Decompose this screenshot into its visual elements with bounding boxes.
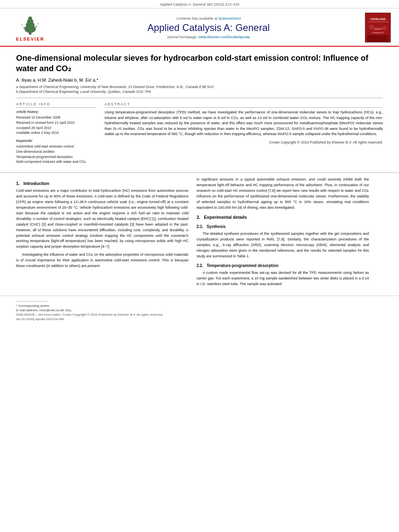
- right-column: in significant amounts in a typical auto…: [197, 177, 369, 290]
- revised-date: Received in revised form 21 April 2010: [16, 120, 97, 125]
- body-content: 1. Introduction Cold-start emissions are…: [0, 173, 399, 296]
- article-title: One-dimensional molecular sieves for hyd…: [16, 53, 383, 74]
- intro-continued-text: in significant amounts in a typical auto…: [197, 177, 369, 211]
- issn-line: 0926-860X/$ – see front matter. Crown Co…: [16, 313, 383, 316]
- authors: A. Iliyas a, H.M. Zahedi-Niaki b, M. Eić…: [16, 78, 383, 82]
- received-date: Received 15 December 2009: [16, 115, 97, 120]
- abstract-text: Using temperature-programmed desorption …: [105, 110, 383, 137]
- abstract-panel: ABSTRACT Using temperature-programmed de…: [105, 102, 383, 164]
- intro-cont-para: in significant amounts in a typical auto…: [197, 177, 369, 211]
- svg-rect-12: [367, 22, 389, 22]
- journal-header: ELSEVIER Contents lists available at Sci…: [0, 8, 399, 47]
- keyword-1: Automotive cold-start emission control: [16, 144, 97, 149]
- svg-text:Applied: Applied: [374, 28, 382, 30]
- keywords-section: Keywords: Automotive cold-start emission…: [16, 139, 97, 164]
- experimental-heading: 2. Experimental details: [197, 215, 369, 220]
- svg-text:Catalysis A: Catalysis A: [372, 31, 384, 34]
- journal-homepage: journal homepage: www.elsevier.com/locat…: [56, 35, 361, 39]
- keyword-4: Multi-component mixtures with water and …: [16, 159, 97, 164]
- accepted-date: Accepted 26 April 2010: [16, 125, 97, 131]
- intro-para-2: Investigating the influence of water and…: [16, 252, 189, 269]
- intro-text: Cold-start emissions are a major contrib…: [16, 188, 189, 269]
- citation-text: Applied Catalysis A: General 382 (2010) …: [160, 2, 239, 6]
- tpd-subheading: 2.2. Temperature-programmed desorption: [197, 263, 369, 269]
- contents-available: Contents lists available at ScienceDirec…: [56, 16, 361, 21]
- corresponding-author-note: * Corresponding author.: [16, 304, 383, 308]
- footer: * Corresponding author. E-mail address: …: [0, 296, 399, 325]
- journal-title: Applied Catalysis A: General: [56, 22, 361, 33]
- affiliation-b: b Department of Chemical Engineering, La…: [16, 90, 383, 94]
- article-info-panel: ARTICLE INFO Article history: Received 1…: [16, 102, 97, 164]
- svg-point-4: [28, 16, 32, 21]
- email-note: E-mail address: meic@unb.ca (M. Eić).: [16, 308, 383, 312]
- header-center: Contents lists available at ScienceDirec…: [56, 16, 361, 39]
- keyword-2: One-dimensional zeolites: [16, 149, 97, 154]
- history-label: Article history:: [16, 110, 97, 114]
- article-content: One-dimensional molecular sieves for hyd…: [0, 47, 399, 170]
- intro-heading: 1. Introduction: [16, 181, 189, 186]
- keyword-3: Temperature-programmed desorption: [16, 154, 97, 160]
- journal-citation: Applied Catalysis A: General 382 (2010) …: [0, 0, 399, 8]
- journal-url[interactable]: www.elsevier.com/locate/apcata: [198, 35, 250, 39]
- svg-point-8: [38, 23, 39, 25]
- elsevier-tree-icon: [16, 14, 44, 36]
- svg-point-5: [23, 27, 25, 29]
- keywords-label: Keywords:: [16, 139, 97, 143]
- page: Applied Catalysis A: General 382 (2010) …: [0, 0, 399, 532]
- experimental-text: 2.1. Synthesis The detailed synthesis pr…: [197, 224, 369, 288]
- synthesis-subheading: 2.1. Synthesis: [197, 224, 369, 230]
- abstract-title: ABSTRACT: [105, 102, 383, 108]
- elsevier-logo: ELSEVIER: [8, 14, 52, 41]
- affiliation-a: a Department of Chemical Engineering, Un…: [16, 85, 383, 89]
- header-divider: [16, 98, 383, 98]
- intro-para-1: Cold-start emissions are a major contrib…: [16, 188, 189, 250]
- synthesis-para: The detailed synthesis procedures of the…: [197, 231, 369, 259]
- available-date: Available online 2 May 2010: [16, 130, 97, 136]
- elsevier-brand-text: ELSEVIER: [16, 37, 44, 41]
- svg-point-6: [35, 26, 37, 27]
- article-meta-row: ARTICLE INFO Article history: Received 1…: [16, 102, 383, 164]
- left-column: 1. Introduction Cold-start emissions are…: [16, 177, 189, 290]
- doi-line: doi:10.1016/j.apcata.2010.04.048: [16, 317, 383, 321]
- cover-svg: CATALYSIS Applied Catalysis A: [365, 13, 391, 42]
- copyright-text: Crown Copyright © 2010 Published by Else…: [105, 140, 383, 144]
- tpd-para: A custom made experimental flow set-up w…: [197, 270, 369, 287]
- svg-text:CATALYSIS: CATALYSIS: [370, 18, 386, 21]
- svg-point-7: [22, 25, 23, 26]
- svg-rect-13: [367, 35, 389, 42]
- sciencedirect-link[interactable]: ScienceDirect: [218, 16, 241, 21]
- journal-cover-image: CATALYSIS Applied Catalysis A: [365, 12, 391, 43]
- article-info-title: ARTICLE INFO: [16, 102, 97, 108]
- footnote-divider: [16, 301, 48, 302]
